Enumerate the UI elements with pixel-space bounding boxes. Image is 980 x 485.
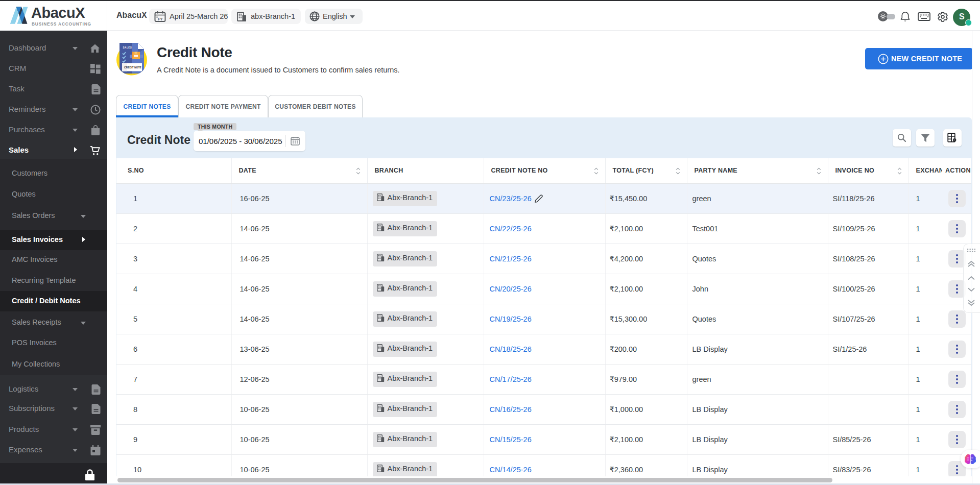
svg-text:CREDIT NOTE: CREDIT NOTE	[124, 66, 142, 69]
svg-text:FY: FY	[158, 17, 163, 21]
svg-text:SALES: SALES	[123, 46, 132, 49]
